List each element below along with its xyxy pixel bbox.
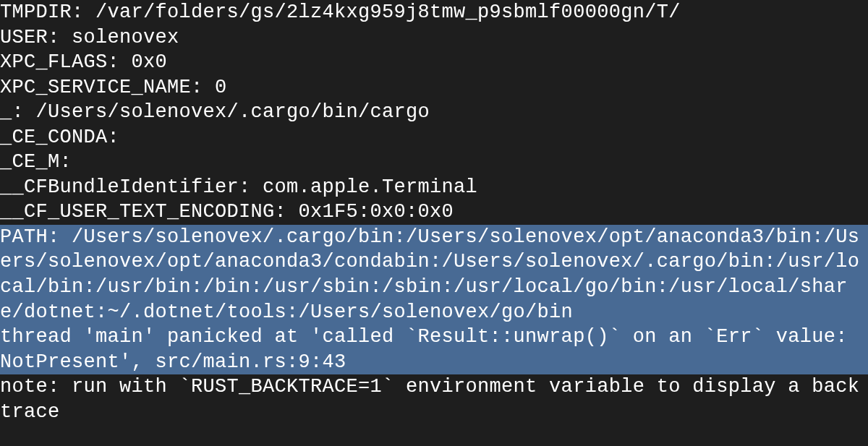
- terminal-line: USER: solenovex: [0, 25, 868, 51]
- terminal-line-selected: PATH: /Users/solenovex/.cargo/bin:/Users…: [0, 225, 868, 325]
- terminal-line: TMPDIR: /var/folders/gs/2lz4kxg959j8tmw_…: [0, 0, 868, 25]
- terminal-line: note: run with `RUST_BACKTRACE=1` enviro…: [0, 374, 868, 424]
- terminal-output[interactable]: TMPDIR: /var/folders/gs/2lz4kxg959j8tmw_…: [0, 0, 868, 424]
- terminal-line: __CF_USER_TEXT_ENCODING: 0x1F5:0x0:0x0: [0, 200, 868, 225]
- terminal-line: _CE_CONDA:: [0, 125, 868, 150]
- terminal-line: XPC_SERVICE_NAME: 0: [0, 75, 868, 100]
- terminal-line: XPC_FLAGS: 0x0: [0, 50, 868, 75]
- terminal-line-selected: thread 'main' panicked at 'called `Resul…: [0, 325, 868, 374]
- terminal-line: _CE_M:: [0, 150, 868, 175]
- terminal-line: __CFBundleIdentifier: com.apple.Terminal: [0, 175, 868, 200]
- terminal-line: _: /Users/solenovex/.cargo/bin/cargo: [0, 100, 868, 125]
